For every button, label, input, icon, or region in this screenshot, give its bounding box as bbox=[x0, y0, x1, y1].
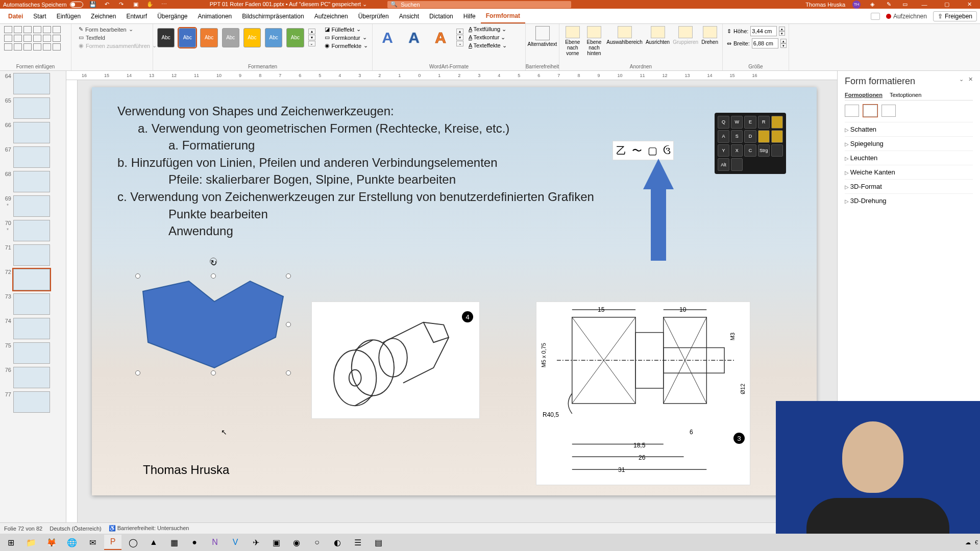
slide-thumbnail[interactable] bbox=[13, 122, 50, 143]
system-tray[interactable]: ☁ € bbox=[965, 539, 978, 546]
start-button[interactable]: ⊞ bbox=[2, 535, 19, 550]
slide-thumbnail[interactable] bbox=[13, 367, 50, 388]
app-icon[interactable]: V bbox=[227, 535, 244, 550]
style-preset-6[interactable]: Abc bbox=[265, 28, 282, 47]
outlook-icon[interactable]: ✉ bbox=[84, 535, 101, 550]
window-icon[interactable]: ▭ bbox=[900, 1, 910, 9]
resize-handle-bm[interactable] bbox=[211, 370, 216, 375]
pen-icon[interactable]: ✎ bbox=[884, 1, 893, 9]
textbox-button[interactable]: ▭ Textfeld bbox=[79, 34, 149, 41]
slide-thumbnail[interactable] bbox=[13, 293, 50, 315]
tab-transitions[interactable]: Übergänge bbox=[152, 9, 192, 23]
style-preset-5[interactable]: Abc bbox=[243, 28, 261, 47]
app-icon[interactable]: ◯ bbox=[125, 535, 142, 550]
record-button[interactable]: Aufzeichnen bbox=[886, 13, 927, 20]
wordart-preset-3[interactable]: A bbox=[430, 28, 451, 48]
language-indicator[interactable]: Deutsch (Österreich) bbox=[50, 525, 101, 532]
height-input[interactable] bbox=[750, 26, 777, 36]
tab-shapeformat[interactable]: Formformat bbox=[481, 9, 525, 23]
toggle-switch[interactable] bbox=[70, 2, 83, 8]
pane-section[interactable]: 3D-Drehung bbox=[845, 193, 973, 208]
undo-icon[interactable]: ↶ bbox=[103, 1, 112, 9]
slide-thumbnail[interactable] bbox=[13, 171, 50, 192]
collapse-ribbon-button[interactable] bbox=[871, 13, 880, 20]
present-icon[interactable]: ▣ bbox=[131, 1, 140, 9]
resize-handle-tm[interactable] bbox=[211, 273, 216, 279]
close-button[interactable]: ✕ bbox=[962, 1, 977, 8]
tab-dictation[interactable]: Dictation bbox=[424, 9, 458, 23]
minimize-button[interactable]: — bbox=[917, 2, 932, 8]
resize-handle-mr[interactable] bbox=[286, 322, 291, 327]
tab-design[interactable]: Entwurf bbox=[121, 9, 152, 23]
slide-thumbnail[interactable] bbox=[13, 391, 50, 413]
tray-more[interactable]: € bbox=[975, 539, 978, 545]
vlc-icon[interactable]: ▲ bbox=[145, 535, 162, 550]
technical-drawing-ortho[interactable]: 3 15 10 M5 x 0,75 R40,5 18,5 26 31 6 M3 … bbox=[536, 302, 750, 485]
tab-record[interactable]: Aufzeichnen bbox=[309, 9, 353, 23]
style-scroll[interactable]: ▴▾⌄ bbox=[308, 29, 315, 46]
autosave-toggle[interactable]: Automatisches Speichern bbox=[3, 2, 83, 8]
style-preset-1[interactable]: Abc bbox=[157, 28, 175, 47]
explorer-icon[interactable]: 📁 bbox=[22, 535, 40, 550]
size-props-icon[interactable] bbox=[881, 105, 896, 117]
pane-section[interactable]: 3D-Format bbox=[845, 179, 973, 193]
resize-handle-bl[interactable] bbox=[135, 370, 140, 375]
app-icon[interactable]: ▣ bbox=[267, 535, 285, 550]
tab-file[interactable]: Datei bbox=[3, 9, 28, 23]
app-icon[interactable]: ☰ bbox=[349, 535, 366, 550]
effects-icon[interactable] bbox=[863, 105, 877, 117]
shape-effects-button[interactable]: ◉ Formeffekte ⌄ bbox=[325, 42, 369, 49]
slide-counter[interactable]: Folie 72 von 82 bbox=[4, 525, 42, 532]
save-icon[interactable]: 💾 bbox=[88, 1, 97, 9]
telegram-icon[interactable]: ✈ bbox=[247, 535, 264, 550]
slide-thumbnail[interactable] bbox=[13, 146, 50, 168]
style-preset-2[interactable]: Abc bbox=[179, 28, 196, 47]
tab-review[interactable]: Überprüfen bbox=[353, 9, 394, 23]
arrow-shape[interactable] bbox=[643, 159, 674, 261]
tab-start[interactable]: Start bbox=[28, 9, 51, 23]
app-icon[interactable]: ◉ bbox=[288, 535, 305, 550]
alt-text-button[interactable]: Alternativtext bbox=[528, 26, 557, 47]
tab-slideshow[interactable]: Bildschirmpräsentation bbox=[237, 9, 309, 23]
resize-handle-tl[interactable] bbox=[135, 273, 140, 279]
onenote-icon[interactable]: N bbox=[206, 535, 224, 550]
slide-thumbnail[interactable] bbox=[13, 269, 50, 290]
wordart-preset-1[interactable]: A bbox=[377, 28, 398, 48]
text-fill-button[interactable]: A Textfüllung ⌄ bbox=[469, 26, 507, 33]
app-icon[interactable]: ▤ bbox=[370, 535, 387, 550]
maximize-button[interactable]: ▢ bbox=[939, 1, 954, 8]
shape-outline-button[interactable]: ▭ Formkontur ⌄ bbox=[325, 34, 369, 41]
align-button[interactable]: Ausrichten bbox=[646, 26, 670, 56]
slide-thumbnail[interactable] bbox=[13, 73, 50, 94]
app-icon[interactable]: ◐ bbox=[329, 535, 346, 550]
pane-section[interactable]: Weiche Kanten bbox=[845, 165, 973, 179]
pane-tab-shape[interactable]: Formoptionen bbox=[845, 92, 883, 98]
rotate-button[interactable]: Drehen bbox=[701, 26, 718, 56]
resize-handle-tr[interactable] bbox=[286, 273, 291, 279]
app-icon[interactable]: ○ bbox=[308, 535, 326, 550]
technical-drawing-iso[interactable]: 4 bbox=[311, 302, 480, 419]
firefox-icon[interactable]: 🦊 bbox=[43, 535, 60, 550]
pane-section[interactable]: Leuchten bbox=[845, 151, 973, 165]
slide-canvas[interactable]: Verwendung von Shapes und Zeichenwerkzeu… bbox=[92, 87, 817, 495]
cloud-icon[interactable]: ☁ bbox=[965, 539, 971, 546]
width-spinner[interactable]: ▴▾ bbox=[780, 39, 787, 48]
tab-view[interactable]: Ansicht bbox=[394, 9, 424, 23]
redo-icon[interactable]: ↷ bbox=[117, 1, 126, 9]
powerpoint-icon[interactable]: P bbox=[104, 535, 121, 550]
selected-freeform-shape[interactable] bbox=[138, 276, 288, 373]
wordart-preset-2[interactable]: A bbox=[403, 28, 425, 48]
app-icon[interactable]: ● bbox=[186, 535, 203, 550]
slide-thumbnail[interactable] bbox=[13, 220, 50, 241]
touch-icon[interactable]: ✋ bbox=[145, 1, 155, 9]
slide-thumbnail[interactable] bbox=[13, 244, 50, 266]
diamond-icon[interactable]: ◈ bbox=[868, 1, 877, 9]
user-avatar[interactable]: TH bbox=[852, 1, 861, 9]
style-preset-7[interactable]: Abc bbox=[286, 28, 304, 47]
qat-more-icon[interactable]: ⋯ bbox=[160, 1, 169, 9]
accessibility-status[interactable]: ♿ Barrierefreiheit: Untersuchen bbox=[109, 525, 189, 532]
tab-animations[interactable]: Animationen bbox=[193, 9, 237, 23]
share-button[interactable]: ⇪Freigeben bbox=[933, 11, 977, 21]
wordart-scroll[interactable]: ▴▾⌄ bbox=[456, 29, 463, 46]
tab-insert[interactable]: Einfügen bbox=[52, 9, 86, 23]
